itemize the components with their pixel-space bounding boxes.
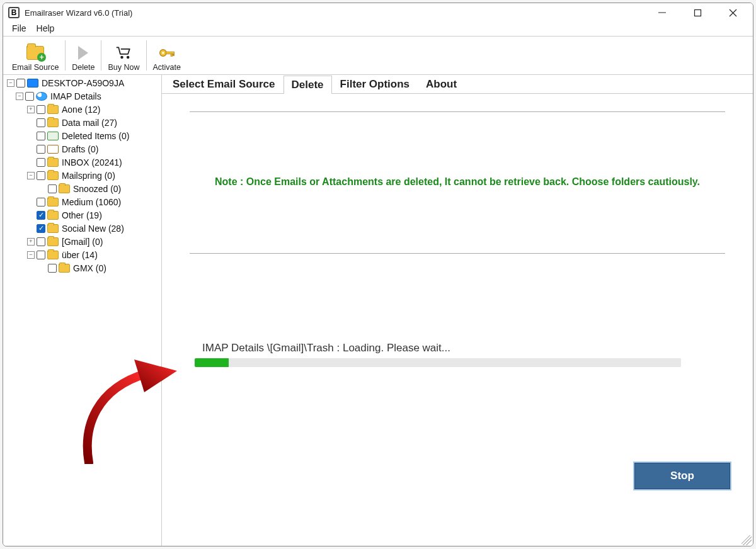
folder-icon xyxy=(47,237,59,246)
minimize-icon xyxy=(658,8,667,17)
tab-delete[interactable]: Delete xyxy=(284,76,332,94)
toolbar-activate[interactable]: Activate xyxy=(148,39,186,74)
maximize-icon xyxy=(694,9,702,17)
tree-label: DESKTOP-A59O9JA xyxy=(41,78,124,88)
checkbox[interactable] xyxy=(37,251,45,259)
toolbar: Email Source Delete Buy Now Activate xyxy=(3,36,753,75)
folder-icon xyxy=(47,224,59,233)
expand-spacer xyxy=(27,212,35,219)
folder-icon xyxy=(47,118,59,127)
tree-item[interactable]: Deleted Items (0) xyxy=(4,129,161,142)
folder-icon xyxy=(47,105,59,114)
warning-note: Note : Once Emails or Attachments are de… xyxy=(162,176,753,188)
tree-item[interactable]: Snoozed (0) xyxy=(4,182,161,195)
tree-item[interactable]: +[Gmail] (0) xyxy=(4,235,161,248)
svg-point-5 xyxy=(126,56,129,59)
progress-fill xyxy=(195,358,229,367)
close-icon xyxy=(729,9,737,17)
checkbox[interactable] xyxy=(37,105,45,114)
tree-item[interactable]: −über (14) xyxy=(4,248,161,261)
folder-icon xyxy=(47,158,59,167)
tree-label: [Gmail] (0) xyxy=(61,237,103,247)
tree-item[interactable]: +Aone (12) xyxy=(4,103,161,116)
toolbar-label: Email Source xyxy=(12,63,59,72)
folder-add-icon xyxy=(26,46,44,60)
tree-label: Social New (28) xyxy=(61,224,124,234)
checkbox[interactable] xyxy=(37,132,45,140)
expand-spacer xyxy=(27,198,35,206)
collapse-icon[interactable]: − xyxy=(27,172,35,179)
tree-item[interactable]: Medium (1060) xyxy=(4,195,161,208)
tree-item[interactable]: GMX (0) xyxy=(4,261,161,274)
expand-icon[interactable]: + xyxy=(27,106,35,113)
trash-icon xyxy=(47,132,59,140)
folder-icon xyxy=(47,251,59,259)
checkbox[interactable] xyxy=(37,171,45,180)
folder-icon xyxy=(47,171,59,180)
checkbox[interactable] xyxy=(25,92,34,101)
toolbar-email-source[interactable]: Email Source xyxy=(7,39,64,74)
tree-label: Data mail (27) xyxy=(61,118,117,128)
collapse-icon[interactable]: − xyxy=(16,93,23,100)
checkbox[interactable] xyxy=(37,198,45,207)
separator xyxy=(101,40,101,71)
folder-icon xyxy=(59,184,70,193)
folder-tree[interactable]: − DESKTOP-A59O9JA − IMAP Details +Aone (… xyxy=(3,75,162,546)
tree-label: Mailspring (0) xyxy=(61,171,115,181)
expand-icon[interactable]: + xyxy=(27,238,35,246)
tree-label: GMX (0) xyxy=(72,263,106,273)
menubar: File Help xyxy=(3,22,753,36)
checkbox[interactable] xyxy=(37,237,45,246)
toolbar-buy-now[interactable]: Buy Now xyxy=(103,39,144,74)
tree-item[interactable]: −Mailspring (0) xyxy=(4,169,161,182)
checkbox[interactable] xyxy=(37,211,45,220)
tree-label: Deleted Items (0) xyxy=(61,131,129,141)
window-controls xyxy=(652,5,748,20)
tree-item[interactable]: Drafts (0) xyxy=(4,142,161,156)
key-icon xyxy=(158,44,176,62)
divider xyxy=(190,253,725,254)
tree-label: INBOX (20241) xyxy=(61,157,122,167)
tree-item[interactable]: Data mail (27) xyxy=(4,116,161,129)
svg-rect-8 xyxy=(166,52,174,54)
tree-item[interactable]: Other (19) xyxy=(4,208,161,222)
app-icon: B xyxy=(8,7,20,18)
collapse-icon[interactable]: − xyxy=(7,79,14,87)
checkbox[interactable] xyxy=(48,184,57,193)
checkbox[interactable] xyxy=(48,264,57,273)
collapse-icon[interactable]: − xyxy=(27,251,35,259)
close-button[interactable] xyxy=(723,5,743,20)
maximize-button[interactable] xyxy=(687,5,707,20)
checkbox[interactable] xyxy=(37,158,45,167)
menu-file[interactable]: File xyxy=(12,23,26,33)
separator xyxy=(146,40,147,71)
tab-about[interactable]: About xyxy=(418,75,465,93)
folder-icon xyxy=(47,198,59,207)
separator xyxy=(65,40,66,71)
progress-status-text: IMAP Details \[Gmail]\Trash : Loading. P… xyxy=(202,342,753,354)
checkbox[interactable] xyxy=(37,145,45,154)
expand-spacer xyxy=(38,185,46,193)
drafts-icon xyxy=(47,145,59,154)
progress-bar xyxy=(195,358,681,367)
stop-button[interactable]: Stop xyxy=(634,463,730,489)
tree-label: Other (19) xyxy=(61,210,102,220)
resize-grip[interactable] xyxy=(742,535,752,545)
tab-bar: Select Email Source Delete Filter Option… xyxy=(162,75,753,94)
tree-item[interactable]: INBOX (20241) xyxy=(4,156,161,169)
toolbar-delete[interactable]: Delete xyxy=(67,39,100,74)
tree-label: Drafts (0) xyxy=(61,144,98,154)
expand-spacer xyxy=(38,264,46,272)
checkbox[interactable] xyxy=(37,224,45,233)
tab-select-source[interactable]: Select Email Source xyxy=(164,75,284,93)
tab-filter-options[interactable]: Filter Options xyxy=(332,75,418,93)
expand-spacer xyxy=(27,145,35,153)
checkbox[interactable] xyxy=(37,118,45,127)
checkbox[interactable] xyxy=(16,79,25,88)
tree-root[interactable]: − DESKTOP-A59O9JA xyxy=(4,76,161,89)
tree-item[interactable]: Social New (28) xyxy=(4,222,161,235)
tree-label: Medium (1060) xyxy=(61,197,121,207)
tree-imap[interactable]: − IMAP Details xyxy=(4,89,161,103)
minimize-button[interactable] xyxy=(652,5,672,20)
menu-help[interactable]: Help xyxy=(37,23,55,33)
